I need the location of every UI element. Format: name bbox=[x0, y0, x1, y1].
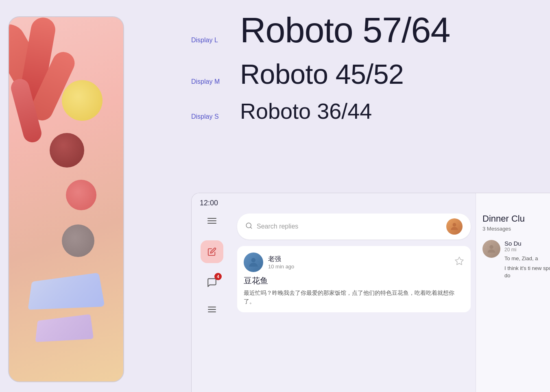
chat-item-header: 老强 10 min ago bbox=[244, 253, 464, 272]
chat-avatar bbox=[244, 253, 263, 272]
dinner-person-time: 20 mi bbox=[504, 247, 550, 253]
display-s-row: Display S Roboto 36/44 bbox=[191, 100, 550, 122]
dinner-person-name: So Du bbox=[504, 240, 550, 247]
star-icon[interactable] bbox=[454, 256, 464, 268]
dinner-person: So Du 20 mi To me, Ziad, a I think it's … bbox=[482, 240, 550, 280]
compose-fab[interactable] bbox=[201, 240, 223, 263]
decorative-platform-2 bbox=[35, 314, 94, 342]
typography-section: Display L Roboto 57/64 Display M Roboto … bbox=[191, 12, 550, 142]
decorative-circle-darkred bbox=[50, 133, 84, 168]
display-l-text: Roboto 57/64 bbox=[240, 12, 450, 48]
chat-preview: 最近忙吗？昨晚我去了你最爱的那家饭馆，点了他们的特色豆花鱼，吃着吃着就想你了。 bbox=[244, 289, 464, 306]
ui-mockup: 12:00 4 bbox=[191, 193, 550, 392]
decorative-circle-pink bbox=[66, 180, 96, 210]
time-display: 12:00 bbox=[200, 199, 218, 207]
mockup-sidebar: 12:00 4 bbox=[192, 193, 232, 392]
decorative-circle-gray bbox=[62, 224, 94, 257]
decorative-platform-1 bbox=[28, 272, 105, 309]
dinner-person-meta: So Du 20 mi To me, Ziad, a I think it's … bbox=[504, 240, 550, 280]
svg-marker-7 bbox=[455, 257, 463, 265]
search-icon bbox=[245, 222, 253, 231]
svg-line-4 bbox=[250, 227, 251, 228]
dinner-message-secondary: I think it's ti new spot do bbox=[504, 265, 550, 279]
svg-point-6 bbox=[251, 258, 256, 262]
phone-mockup bbox=[8, 16, 124, 382]
display-s-label: Display S bbox=[191, 113, 240, 120]
hamburger-menu-icon[interactable] bbox=[205, 213, 219, 228]
chat-meta: 老强 10 min ago bbox=[268, 255, 450, 270]
list-icon[interactable] bbox=[205, 302, 219, 317]
messages-icon[interactable]: 4 bbox=[205, 275, 219, 290]
dinner-club-title: Dinner Clu bbox=[482, 213, 550, 224]
display-l-label: Display L bbox=[191, 37, 240, 44]
display-l-row: Display L Roboto 57/64 bbox=[191, 12, 550, 48]
svg-point-8 bbox=[489, 245, 493, 249]
user-avatar[interactable] bbox=[446, 218, 463, 235]
dinner-person-avatar bbox=[482, 240, 500, 258]
chat-item[interactable]: 老强 10 min ago 豆花鱼 最近忙吗？昨晚我去了你最爱的那家饭馆，点了他… bbox=[237, 246, 471, 312]
chat-time: 10 min ago bbox=[268, 264, 450, 270]
mockup-main: Search replies bbox=[232, 193, 476, 392]
svg-point-5 bbox=[453, 223, 456, 226]
search-placeholder: Search replies bbox=[257, 223, 442, 230]
search-bar[interactable]: Search replies bbox=[237, 213, 471, 240]
display-m-text: Roboto 45/52 bbox=[240, 60, 404, 88]
left-panel bbox=[0, 0, 134, 392]
message-badge: 4 bbox=[214, 273, 222, 280]
right-panel: Display L Roboto 57/64 Display M Roboto … bbox=[191, 0, 550, 392]
chat-sender-name: 老强 bbox=[268, 255, 450, 264]
dinner-message-primary: To me, Ziad, a bbox=[504, 255, 550, 262]
display-m-label: Display M bbox=[191, 78, 240, 85]
dinner-message-count: 3 Messages bbox=[482, 226, 550, 232]
display-m-row: Display M Roboto 45/52 bbox=[191, 60, 550, 88]
decorative-circle-yellow bbox=[62, 80, 103, 121]
display-s-text: Roboto 36/44 bbox=[240, 100, 372, 122]
chat-subject: 豆花鱼 bbox=[244, 275, 464, 286]
dinner-club-panel: Dinner Clu 3 Messages So Du 20 mi To me,… bbox=[476, 193, 550, 392]
